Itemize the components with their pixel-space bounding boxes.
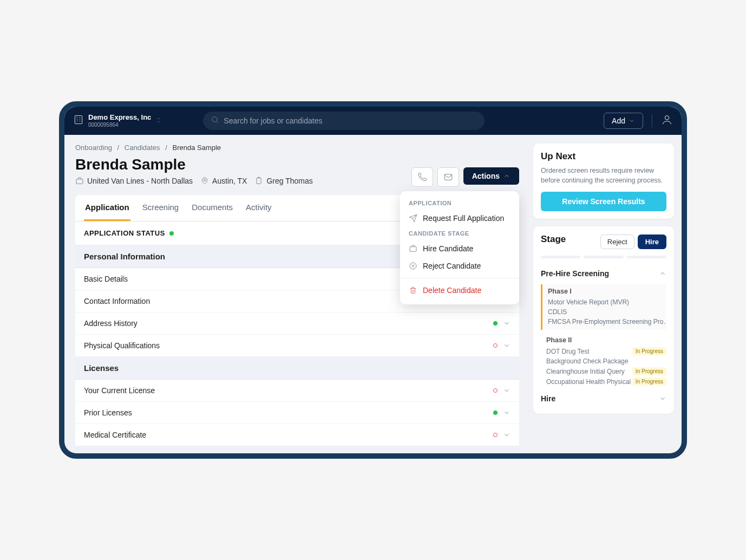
meta-recruiter: Greg Thomas <box>254 177 312 185</box>
status-badge: In Progress <box>632 347 666 355</box>
phone-icon <box>417 172 427 182</box>
svg-rect-5 <box>257 178 261 184</box>
upnext-desc: Ordered screen results require review be… <box>541 166 666 185</box>
stage-title: Stage <box>541 234 566 245</box>
tab-application[interactable]: Application <box>84 195 130 221</box>
search-bar[interactable] <box>203 112 485 130</box>
app-frame: Demo Express, Inc 0000095864 Add <box>59 101 687 459</box>
main-panel: Onboarding / Candidates / Brenda Sample … <box>64 135 530 453</box>
dropdown-item-request-full[interactable]: Request Full Application <box>400 210 519 227</box>
chevron-down-icon <box>503 342 511 349</box>
row-physical-qual[interactable]: Physical Qualifications <box>75 335 519 357</box>
status-dot-green <box>493 321 498 325</box>
tab-screening[interactable]: Screening <box>141 195 180 221</box>
dropdown-header: CANDIDATE STAGE <box>400 227 519 240</box>
upnext-card: Up Next Ordered screen results require r… <box>533 144 674 219</box>
stage-card: Stage Reject Hire Pre-Hire Screening Pha… <box>533 226 674 414</box>
row-address-history[interactable]: Address History <box>75 312 519 335</box>
review-screen-results-button[interactable]: Review Screen Results <box>541 192 666 211</box>
divider <box>400 278 519 278</box>
svg-point-2 <box>665 116 669 120</box>
dropdown-item-delete[interactable]: Delete Candidate <box>400 282 519 299</box>
phase-2: Phase II DOT Drug TestIn Progress Backgr… <box>541 333 666 387</box>
meta-company: United Van Lines - North Dallas <box>75 177 193 185</box>
search-input[interactable] <box>224 116 477 125</box>
breadcrumb-link[interactable]: Candidates <box>125 144 160 152</box>
row-medical-cert[interactable]: Medical Certificate <box>75 424 519 446</box>
user-icon[interactable] <box>661 114 673 128</box>
stage-progress <box>541 256 666 258</box>
status-dot-red <box>493 388 498 393</box>
building-icon <box>73 114 84 127</box>
briefcase-icon <box>409 244 417 253</box>
meta-location: Austin, TX <box>200 177 247 185</box>
upnext-title: Up Next <box>541 151 666 162</box>
chevron-down-icon <box>503 387 511 394</box>
svg-rect-0 <box>75 115 82 123</box>
svg-point-1 <box>212 117 217 122</box>
status-dot-green <box>169 231 174 236</box>
trash-icon <box>409 286 417 295</box>
send-icon <box>409 214 417 223</box>
org-name: Demo Express, Inc <box>88 114 151 121</box>
stage-section-prehire[interactable]: Pre-Hire Screening <box>541 266 666 281</box>
svg-rect-6 <box>444 174 452 180</box>
breadcrumb-link[interactable]: Onboarding <box>75 144 112 152</box>
tab-activity[interactable]: Activity <box>245 195 273 221</box>
hire-button[interactable]: Hire <box>638 235 666 249</box>
breadcrumb-current: Brenda Sample <box>172 144 221 152</box>
sidebar: Up Next Ordered screen results require r… <box>530 135 682 453</box>
reject-button[interactable]: Reject <box>600 235 634 249</box>
svg-rect-3 <box>76 179 83 184</box>
briefcase-icon <box>75 177 84 185</box>
dropdown-item-hire[interactable]: Hire Candidate <box>400 240 519 257</box>
breadcrumb: Onboarding / Candidates / Brenda Sample <box>75 144 519 152</box>
svg-point-4 <box>204 179 205 181</box>
chevron-up-icon <box>659 270 666 277</box>
status-badge: In Progress <box>632 377 666 386</box>
phase-1: Phase I Motor Vehicle Report (MVR) CDLIS… <box>541 284 666 330</box>
topbar: Demo Express, Inc 0000095864 Add <box>64 107 682 135</box>
chevron-up-icon <box>503 172 511 180</box>
cancel-icon <box>409 262 417 270</box>
chevron-down-icon <box>629 118 635 124</box>
email-button[interactable] <box>437 167 459 187</box>
chevron-down-icon <box>659 395 666 402</box>
stage-section-hire[interactable]: Hire <box>541 391 666 406</box>
add-button[interactable]: Add <box>604 113 643 129</box>
status-badge: In Progress <box>632 367 666 375</box>
tab-documents[interactable]: Documents <box>191 195 234 221</box>
actions-button[interactable]: Actions <box>463 167 519 185</box>
chevron-down-icon <box>503 431 511 439</box>
chevron-down-icon <box>503 409 511 416</box>
actions-dropdown: APPLICATION Request Full Application CAN… <box>400 191 519 304</box>
search-icon <box>211 115 219 126</box>
dropdown-header: APPLICATION <box>400 197 519 210</box>
phone-button[interactable] <box>411 167 433 187</box>
divider <box>652 114 652 127</box>
mail-icon <box>443 172 453 182</box>
org-id: 0000095864 <box>88 122 151 128</box>
status-dot-red <box>493 343 498 348</box>
row-current-license[interactable]: Your Current License <box>75 380 519 402</box>
status-dot-green <box>493 411 498 415</box>
svg-rect-7 <box>410 247 416 252</box>
chevron-down-icon <box>503 320 511 327</box>
section-header: Driving Record <box>75 446 519 453</box>
up-down-icon <box>155 116 162 126</box>
row-prior-licenses[interactable]: Prior Licenses <box>75 402 519 424</box>
clipboard-icon <box>254 177 263 185</box>
dropdown-item-reject[interactable]: Reject Candidate <box>400 257 519 275</box>
section-header: Licenses <box>75 357 519 380</box>
status-dot-red <box>493 433 498 437</box>
location-icon <box>200 177 209 185</box>
org-switcher[interactable]: Demo Express, Inc 0000095864 <box>73 114 162 127</box>
